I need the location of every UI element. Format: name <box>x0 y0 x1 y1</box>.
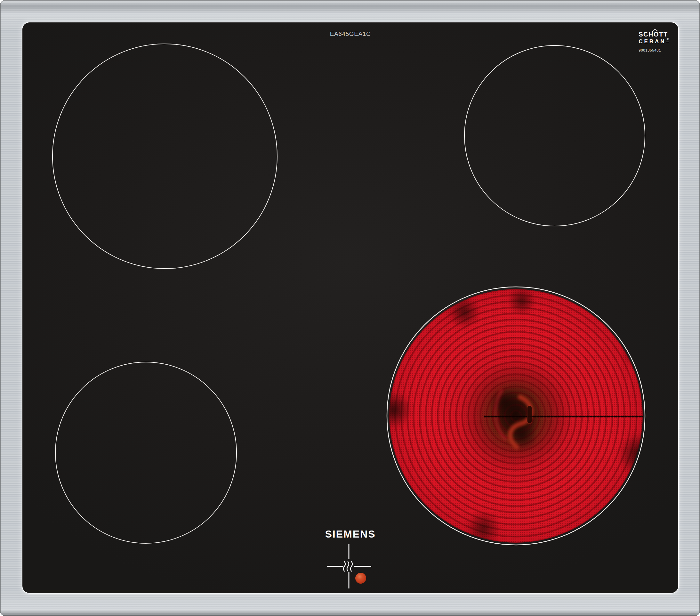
zone-marking-cross <box>327 544 371 589</box>
registered-trademark-icon: ® <box>666 38 669 42</box>
element-shadow-patch <box>616 331 643 373</box>
residual-heat-icon <box>343 562 352 571</box>
schott-ceran-logo: SCHOTT CERAN® 9001355481 <box>639 31 669 52</box>
model-number: EA645GEA1C <box>330 30 371 37</box>
cooktop-steel-frame: EA645GEA1C SCHOTT CERAN® 9001355481 <box>0 0 700 616</box>
schott-wordmark: SCHOTT <box>639 31 669 37</box>
ceramic-glass-surface: EA645GEA1C SCHOTT CERAN® 9001355481 <box>22 22 678 593</box>
element-shadow-patch <box>442 290 487 335</box>
element-center-dark-area <box>499 413 544 458</box>
element-shadow-patch <box>459 504 507 543</box>
ceran-text: CERAN <box>639 38 666 45</box>
cooking-zone-rear-left-outline <box>52 44 277 269</box>
serial-number: 9001355481 <box>639 48 669 52</box>
ceran-wordmark: CERAN® <box>639 39 669 44</box>
siemens-logo: SIEMENS <box>325 528 375 540</box>
element-shadow-patch <box>502 289 541 320</box>
hot-zone-indicator-dot <box>355 573 366 584</box>
cooking-zone-front-left-outline <box>55 362 237 543</box>
radiant-heating-element-glow <box>389 289 643 543</box>
cooking-zone-rear-right-outline <box>464 46 645 226</box>
element-shadow-patch <box>610 424 643 485</box>
element-shadow-patch <box>389 384 419 435</box>
schott-swoosh-icon <box>652 28 658 33</box>
